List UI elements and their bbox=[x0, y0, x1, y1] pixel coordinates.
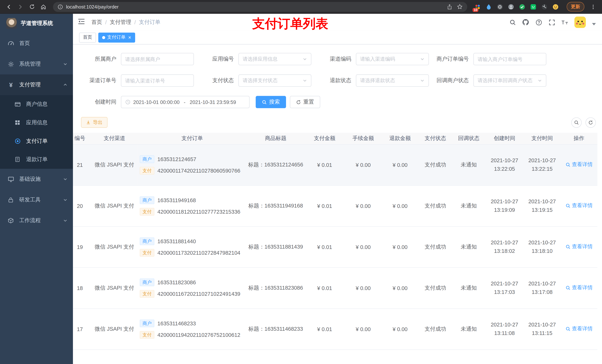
search-button[interactable]: 搜索 bbox=[256, 96, 286, 108]
pay-tag: 支付 bbox=[140, 290, 154, 297]
browser-home-icon[interactable] bbox=[38, 2, 48, 12]
search-icon bbox=[565, 285, 570, 290]
sidebar-item-app-info[interactable]: 应用信息 bbox=[0, 114, 73, 132]
payment-submenu: 商户信息 应用信息 支付订单 退款订单 bbox=[0, 95, 73, 169]
chevron-up-icon bbox=[63, 83, 68, 87]
channel-order-input[interactable] bbox=[125, 78, 190, 83]
filter-refund-status-label: 退款状态 bbox=[313, 77, 356, 84]
browser-forward-icon[interactable] bbox=[15, 2, 25, 12]
help-icon[interactable] bbox=[535, 19, 542, 26]
top-navbar: 首页 / 支付管理 / 支付订单 bbox=[73, 14, 602, 31]
table-row: 19 微信 JSAPI 支付 商户1635311881440 支付4200001… bbox=[73, 226, 597, 268]
fullscreen-icon[interactable] bbox=[548, 19, 555, 26]
extension-check-icon[interactable] bbox=[519, 3, 526, 10]
extension-drop-icon[interactable] bbox=[485, 3, 492, 10]
export-button[interactable]: 导出 bbox=[81, 117, 108, 128]
col-refund: 退款金额 bbox=[382, 133, 419, 144]
col-notify: 回调状态 bbox=[452, 133, 485, 144]
chevron-down-icon bbox=[63, 62, 68, 66]
active-tab-dot bbox=[102, 36, 105, 39]
sidebar-item-refund-order[interactable]: 退款订单 bbox=[0, 150, 73, 169]
date-separator: - bbox=[182, 99, 187, 105]
dashboard-icon bbox=[8, 40, 14, 47]
table-row-partial: 16 商户1635311057736 bbox=[73, 349, 597, 364]
sidebar-item-system[interactable]: 系统管理 bbox=[0, 54, 73, 74]
tab-pay-order[interactable]: 支付订单 × bbox=[98, 32, 135, 42]
filter-pay-status-label: 支付状态 bbox=[195, 77, 238, 84]
view-detail-link[interactable]: 查看详情 bbox=[565, 325, 592, 332]
chrome-update-button[interactable]: 更新 bbox=[567, 2, 584, 11]
extension-ring-icon[interactable] bbox=[496, 3, 503, 10]
share-icon[interactable] bbox=[447, 4, 452, 10]
sidebar-item-infra[interactable]: 基础设施 bbox=[0, 169, 73, 190]
tab-close-icon[interactable]: × bbox=[128, 35, 131, 40]
breadcrumb-section[interactable]: 支付管理 bbox=[110, 19, 131, 26]
sidebar-item-workflow[interactable]: 工作流程 bbox=[0, 210, 73, 231]
chevron-down-icon bbox=[302, 78, 307, 83]
col-pay-order: 支付订单 bbox=[137, 133, 247, 144]
view-detail-link[interactable]: 查看详情 bbox=[565, 161, 592, 168]
view-detail-link[interactable]: 查看详情 bbox=[565, 284, 592, 291]
chevron-down-icon bbox=[302, 57, 307, 62]
app-logo[interactable]: 芋道管理系统 bbox=[0, 14, 73, 33]
sidebar-item-merchant-info[interactable]: 商户信息 bbox=[0, 95, 73, 114]
reset-button[interactable]: 重置 bbox=[290, 96, 320, 108]
site-info-icon[interactable] bbox=[58, 4, 63, 10]
chevron-down-icon bbox=[538, 78, 542, 83]
user-menu-caret-icon[interactable] bbox=[592, 23, 596, 25]
bookmark-star-icon[interactable] bbox=[457, 4, 462, 10]
pay-tag: 支付 bbox=[140, 331, 154, 338]
filter-channel-order-label: 渠道订单号 bbox=[78, 77, 121, 84]
user-avatar[interactable] bbox=[574, 16, 586, 28]
browser-reload-icon[interactable] bbox=[27, 2, 37, 12]
sidebar-item-pay-order[interactable]: 支付订单 bbox=[0, 132, 73, 150]
view-detail-link[interactable]: 查看详情 bbox=[565, 202, 592, 209]
chevron-down-icon bbox=[420, 57, 425, 62]
gear-icon bbox=[8, 61, 14, 67]
table-header-row: 编号 支付渠道 支付订单 商品标题 支付金额 手续金额 退款金额 支付状态 回调… bbox=[73, 133, 597, 144]
filter-merchant-order-label: 商户订单编号 bbox=[430, 56, 473, 62]
chevron-down-icon bbox=[420, 78, 425, 83]
lock-icon bbox=[8, 197, 14, 203]
refund-status-select[interactable]: 请选择退款状态 bbox=[356, 74, 429, 87]
url-text: localhost:1024/pay/order bbox=[66, 4, 119, 10]
sidebar-item-home[interactable]: 首页 bbox=[0, 33, 73, 54]
date-start: 2021-10-01 00:00:00 bbox=[133, 99, 180, 105]
extension-grid-icon[interactable]: 10 bbox=[474, 3, 481, 10]
notify-status-select[interactable]: 请选择订单回调商户状态 bbox=[473, 74, 546, 87]
breadcrumb-home[interactable]: 首页 bbox=[91, 19, 102, 26]
tab-home[interactable]: 首页 bbox=[79, 32, 96, 42]
browser-back-icon[interactable] bbox=[4, 2, 14, 12]
browser-menu-icon[interactable] bbox=[588, 2, 598, 12]
github-icon[interactable] bbox=[522, 19, 529, 26]
filter-form: 所属商户 应用编号 请选择应用信息 渠道编码 bbox=[73, 45, 602, 108]
main-area: 首页 / 支付管理 / 支付订单 bbox=[73, 14, 602, 364]
sidebar-item-payment[interactable]: ¥ 支付管理 bbox=[0, 74, 73, 95]
font-size-icon[interactable] bbox=[561, 19, 568, 26]
sidebar-item-dev-tools[interactable]: 研发工具 bbox=[0, 190, 73, 210]
merchant-input[interactable] bbox=[125, 56, 190, 62]
app-title: 芋道管理系统 bbox=[21, 20, 53, 27]
extension-pinwheel-icon[interactable] bbox=[541, 3, 548, 10]
filter-create-time: 创建时间 2021-10-01 00:00:00 - 2021-10-31 23… bbox=[78, 96, 249, 108]
header-search-icon[interactable] bbox=[509, 19, 516, 26]
app-select[interactable]: 请选择应用信息 bbox=[238, 53, 311, 65]
address-bar[interactable]: localhost:1024/pay/order bbox=[53, 2, 467, 12]
extension-chat-icon[interactable] bbox=[530, 3, 537, 10]
channel-code-select[interactable]: 请输入渠道编码 bbox=[356, 53, 429, 65]
download-icon bbox=[86, 120, 91, 125]
date-range-picker[interactable]: 2021-10-01 00:00:00 - 2021-10-31 23:59:5… bbox=[121, 96, 249, 108]
breadcrumb: 首页 / 支付管理 / 支付订单 bbox=[91, 19, 161, 26]
extension-circle-icon[interactable] bbox=[508, 3, 515, 10]
extension-emoji-icon[interactable] bbox=[552, 3, 559, 10]
col-pay-time: 支付时间 bbox=[524, 133, 560, 144]
table-row: 20 微信 JSAPI 支付 商户1635311949168 支付4200001… bbox=[73, 185, 597, 226]
view-detail-link[interactable]: 查看详情 bbox=[565, 243, 592, 250]
merchant-tag: 商户 bbox=[140, 278, 154, 286]
pay-status-select[interactable]: 请选择支付状态 bbox=[238, 74, 311, 87]
pay-tag: 支付 bbox=[140, 249, 154, 256]
refresh-table-button[interactable] bbox=[586, 117, 596, 128]
merchant-order-input[interactable] bbox=[478, 56, 542, 62]
toggle-search-button[interactable] bbox=[571, 117, 582, 128]
sidebar-toggle-icon[interactable] bbox=[77, 18, 86, 26]
